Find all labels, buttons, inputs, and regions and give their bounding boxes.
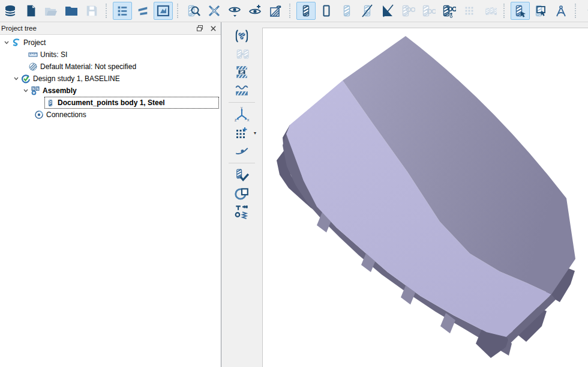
design-study-icon — [20, 74, 31, 83]
box-select-button[interactable] — [531, 2, 550, 20]
connections-icon — [34, 110, 44, 120]
eye-plus-icon — [248, 4, 262, 18]
ruler-icon — [28, 50, 38, 59]
simsolid-window: { "panel": { "title": "Project tree" }, … — [0, 0, 588, 367]
tree-item-body[interactable]: Document_points body 1, Steel — [0, 97, 221, 109]
tree-list-icon — [116, 4, 129, 17]
tree-item-design-study[interactable]: Design study 1, BASELINE — [0, 73, 221, 85]
model-canvas — [263, 28, 588, 367]
expander-icon[interactable] — [22, 88, 30, 94]
framed-part-icon — [156, 4, 170, 18]
part-slash-icon — [360, 4, 374, 18]
tree-item-assembly[interactable]: Assembly — [0, 85, 221, 97]
immovable-support-button[interactable]: ▾ — [582, 2, 588, 20]
parts-group-button[interactable] — [480, 2, 499, 20]
tree-item-label: Default Material: Not specified — [38, 62, 136, 71]
display-outline-button[interactable] — [317, 2, 336, 20]
box-select-icon — [533, 4, 548, 18]
contact-conditions-button[interactable] — [233, 82, 250, 98]
masked-part-dots-icon — [442, 4, 456, 18]
anchor-arrow-icon — [584, 4, 588, 18]
tree-item-label: Project — [22, 38, 46, 47]
tree-item-connections[interactable]: Connections — [0, 109, 221, 121]
replace-parts-button[interactable] — [233, 46, 250, 62]
find-part-button[interactable] — [184, 2, 203, 20]
mask-parts-alt-button[interactable] — [419, 2, 438, 20]
display-wireframe-button[interactable] — [378, 2, 397, 20]
show-all-button[interactable] — [245, 2, 265, 20]
database-button[interactable] — [1, 2, 20, 20]
braces-points-button[interactable] — [233, 28, 250, 44]
tree-item-default-material[interactable]: Default Material: Not specified — [0, 61, 221, 73]
display-hidden-button[interactable] — [358, 2, 377, 20]
project-tree-toggle[interactable] — [113, 2, 132, 20]
find-part-icon — [187, 4, 201, 18]
mask-dots-button[interactable] — [439, 2, 458, 20]
fasteners-button[interactable] — [233, 204, 250, 219]
comments-toggle[interactable] — [133, 2, 152, 20]
material-ball-icon — [28, 62, 38, 71]
folder-button[interactable] — [62, 2, 81, 20]
tree-item-units[interactable]: Units: SI — [0, 49, 221, 61]
project-tree-panel: Project tree Project Units: SI — [0, 22, 221, 367]
tree-item-label: Document_points body 1, Steel — [56, 99, 165, 107]
folder-icon — [64, 4, 79, 18]
replace-parts-icon — [234, 46, 250, 62]
viewport-toggle[interactable] — [154, 2, 173, 20]
save-icon — [85, 4, 98, 17]
measure-button[interactable] — [551, 2, 571, 20]
panel-title-bar: Project tree — [0, 22, 221, 35]
expander-icon[interactable] — [2, 40, 11, 46]
dot-grid-button[interactable] — [460, 2, 479, 20]
coordinate-system-button[interactable]: YXZ — [233, 107, 250, 123]
parts-group-icon — [482, 4, 497, 18]
braces-points-icon — [234, 28, 250, 44]
spot-curve-icon — [234, 143, 250, 159]
connect-parts-button[interactable] — [233, 64, 250, 80]
part-solid-icon — [299, 4, 313, 18]
save-button[interactable] — [82, 2, 101, 20]
display-transparent-button[interactable] — [337, 2, 356, 20]
tree-item-project[interactable]: Project — [0, 37, 221, 49]
select-part-button[interactable] — [511, 2, 530, 20]
display-solid-button[interactable] — [296, 2, 316, 20]
spot-weld-button[interactable] — [233, 143, 250, 159]
close-panel-button[interactable] — [208, 23, 218, 33]
dropdown-caret[interactable]: ▾ — [254, 130, 256, 136]
seam-weld-button[interactable] — [233, 186, 250, 201]
database-icon — [3, 4, 17, 18]
toolbar-separator — [503, 4, 506, 18]
svg-text:Y: Y — [241, 107, 243, 110]
tree-item-label: Connections — [44, 111, 86, 119]
new-file-button[interactable] — [21, 2, 40, 20]
main-toolbar: ▾ — [0, 0, 588, 22]
masked-part-icon — [401, 4, 415, 18]
expander-icon[interactable] — [12, 76, 20, 82]
measure-compass-icon — [554, 4, 568, 18]
panel-title: Project tree — [1, 25, 37, 32]
select-part-icon — [513, 4, 527, 18]
triad-icon: YXZ — [234, 107, 250, 123]
hide-parts-button[interactable] — [225, 2, 244, 20]
toolbar-separator — [229, 163, 255, 163]
project-tree: Project Units: SI Default Material: Not … — [0, 35, 221, 121]
apply-part-button[interactable] — [233, 168, 250, 183]
svg-text:Z: Z — [235, 118, 237, 122]
toolbar-separator — [575, 4, 578, 18]
float-panel-button[interactable] — [194, 23, 205, 33]
section-button[interactable] — [266, 2, 285, 20]
intersections-button[interactable] — [205, 2, 224, 20]
add-points-button[interactable]: ▾ — [233, 125, 250, 141]
dot-grid-icon — [463, 4, 476, 17]
open-folder-button[interactable] — [41, 2, 61, 20]
dot-grid-plus-icon — [235, 126, 249, 140]
viewport-3d[interactable] — [262, 28, 588, 367]
model-body[interactable] — [277, 36, 575, 358]
toolbar-separator — [106, 4, 109, 18]
circle-square-icon — [234, 186, 250, 201]
contact-wave-icon — [234, 82, 250, 98]
assembly-icon — [30, 86, 41, 96]
toolbar-separator — [289, 4, 292, 18]
mask-parts-button[interactable] — [398, 2, 418, 20]
tree-item-label: Design study 1, BASELINE — [31, 74, 120, 83]
